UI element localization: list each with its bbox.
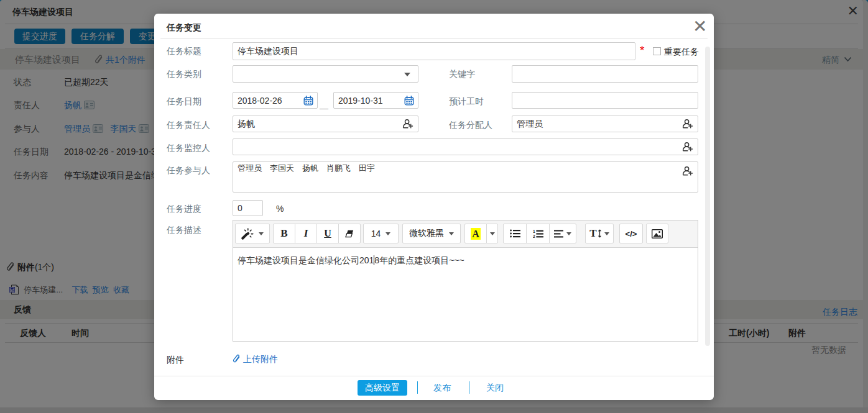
- svg-text:1: 1: [533, 229, 535, 234]
- svg-text:2: 2: [533, 234, 535, 238]
